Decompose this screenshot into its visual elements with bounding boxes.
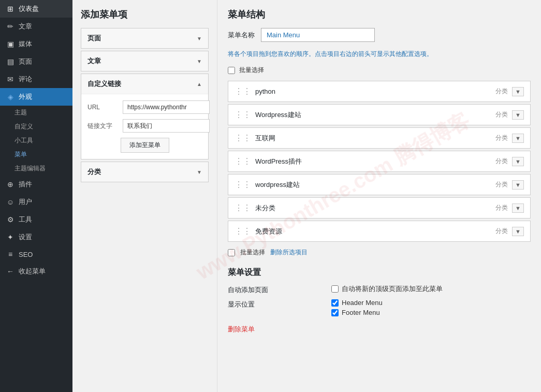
link-text-row: 链接文字 <box>87 119 202 133</box>
plugins-icon: ⊕ <box>6 180 14 188</box>
menu-item-expand[interactable]: ▼ <box>512 227 524 236</box>
menu-item-name: 未分类 <box>255 204 275 213</box>
right-panel: 菜单结构 菜单名称 将各个项目拖到您喜欢的顺序。点击项目右边的箭头可显示其他配置… <box>217 0 541 392</box>
delete-menu-link[interactable]: 删除菜单 <box>228 325 255 334</box>
sidebar-item-label: 媒体 <box>19 39 32 49</box>
sidebar-item-label: 收起菜单 <box>19 267 46 276</box>
menu-item-name: WordPress插件 <box>255 157 302 166</box>
accordion-custom-link-header[interactable]: 自定义链接 ▲ <box>81 74 208 94</box>
sidebar-item-label: 外观 <box>19 92 32 101</box>
menu-item-name: wordpress建站 <box>255 180 300 190</box>
drag-handle[interactable]: ⋮⋮ <box>235 133 251 143</box>
posts-icon: ✏ <box>6 22 14 31</box>
drag-handle[interactable]: ⋮⋮ <box>235 86 251 96</box>
users-icon: ☺ <box>6 198 14 206</box>
link-text-input[interactable] <box>123 119 210 133</box>
sidebar-item-comments[interactable]: ✉ 评论 <box>0 70 72 88</box>
menu-item: ⋮⋮ 互联网 分类 ▼ <box>228 127 531 149</box>
menu-item: ⋮⋮ Wordpress建站 分类 ▼ <box>228 104 531 125</box>
url-input[interactable] <box>123 100 210 114</box>
sidebar-item-label: 工具 <box>19 215 32 224</box>
accordion-custom-link-content: URL 链接文字 添加至菜单 <box>81 94 208 159</box>
settings-icon: ✦ <box>6 233 14 241</box>
accordion-categories-header[interactable]: 分类 ▼ <box>81 162 208 182</box>
sidebar-item-collapse[interactable]: ← 收起菜单 <box>0 263 72 280</box>
accordion-pages-header[interactable]: 页面 ▼ <box>81 28 208 48</box>
auto-add-checkbox[interactable] <box>331 285 339 293</box>
sidebar-item-label: SEO <box>19 251 33 258</box>
sidebar-item-label: 评论 <box>19 75 32 84</box>
drag-handle[interactable]: ⋮⋮ <box>235 180 251 190</box>
comments-icon: ✉ <box>6 75 14 83</box>
url-label: URL <box>87 104 119 111</box>
menu-item-expand[interactable]: ▼ <box>512 134 524 143</box>
menu-item-expand[interactable]: ▼ <box>512 157 524 166</box>
sidebar-item-tools[interactable]: ⚙ 工具 <box>0 211 72 228</box>
accordion-custom-link-arrow: ▲ <box>197 81 202 87</box>
display-location-value: Header Menu Footer Menu <box>331 299 531 316</box>
sidebar-item-users[interactable]: ☺ 用户 <box>0 193 72 211</box>
sidebar-item-settings[interactable]: ✦ 设置 <box>0 228 72 246</box>
pages-icon: ▤ <box>6 57 14 66</box>
sidebar-item-dashboard[interactable]: ⊞ 仪表盘 <box>0 0 72 18</box>
drag-handle[interactable]: ⋮⋮ <box>235 203 251 213</box>
menu-item-type: 分类 <box>495 134 508 142</box>
drag-handle[interactable]: ⋮⋮ <box>235 110 251 120</box>
bulk-checkbox-bottom[interactable] <box>228 249 235 256</box>
drag-handle[interactable]: ⋮⋮ <box>235 156 251 166</box>
remove-selected-link[interactable]: 删除所选项目 <box>270 248 308 257</box>
menu-item-type: 分类 <box>495 87 508 96</box>
sidebar-item-label: 插件 <box>19 180 32 189</box>
menu-item-type: 分类 <box>495 204 508 212</box>
sidebar-item-seo[interactable]: ≡ SEO <box>0 246 72 263</box>
submenu-widgets[interactable]: 小工具 <box>14 134 72 148</box>
bulk-checkbox-top[interactable] <box>228 67 235 74</box>
sidebar-item-label: 用户 <box>19 197 32 207</box>
menu-item-name: 免费资源 <box>255 227 282 236</box>
menu-item: ⋮⋮ wordpress建站 分类 ▼ <box>228 174 531 195</box>
sidebar-item-appearance[interactable]: ◈ 外观 <box>0 88 72 106</box>
sidebar-item-plugins[interactable]: ⊕ 插件 <box>0 176 72 193</box>
appearance-icon: ◈ <box>6 93 14 101</box>
header-menu-checkbox[interactable] <box>331 299 339 307</box>
menu-item-expand[interactable]: ▼ <box>512 204 524 213</box>
menu-item-type: 分类 <box>495 180 508 189</box>
menu-name-input[interactable] <box>261 28 375 42</box>
footer-menu-checkbox[interactable] <box>331 309 339 316</box>
add-to-menu-button[interactable]: 添加至菜单 <box>121 138 169 153</box>
sidebar-item-posts[interactable]: ✏ 文章 <box>0 18 72 35</box>
sidebar-item-label: 文章 <box>19 22 32 31</box>
sidebar-item-pages[interactable]: ▤ 页面 <box>0 53 72 70</box>
url-row: URL <box>87 100 202 114</box>
submenu-menus[interactable]: 菜单 <box>14 148 72 162</box>
menu-item: ⋮⋮ 未分类 分类 ▼ <box>228 197 531 219</box>
main-content: 添加菜单项 页面 ▼ 文章 ▼ 自定义链接 ▲ URL <box>72 0 541 392</box>
media-icon: ▣ <box>6 40 14 48</box>
menu-item: ⋮⋮ 免费资源 分类 ▼ <box>228 221 531 242</box>
menu-item: ⋮⋮ python 分类 ▼ <box>228 81 531 102</box>
menu-name-label: 菜单名称 <box>228 31 255 40</box>
accordion-custom-link-label: 自定义链接 <box>87 79 121 89</box>
menu-item-expand[interactable]: ▼ <box>512 110 524 120</box>
menu-name-row: 菜单名称 <box>228 28 531 42</box>
sidebar: ⊞ 仪表盘 ✏ 文章 ▣ 媒体 ▤ 页面 ✉ 评论 ◈ 外观 主题 自定义 小工… <box>0 0 72 392</box>
tools-icon: ⚙ <box>6 215 14 224</box>
left-panel: 添加菜单项 页面 ▼ 文章 ▼ 自定义链接 ▲ URL <box>72 0 217 392</box>
accordion-pages-label: 页面 <box>87 34 101 43</box>
drag-handle[interactable]: ⋮⋮ <box>235 226 251 236</box>
auto-add-checkbox-label: 自动将新的顶级页面添加至此菜单 <box>342 284 443 294</box>
accordion-categories: 分类 ▼ <box>81 162 209 182</box>
submenu-theme[interactable]: 主题 <box>14 106 72 120</box>
accordion-posts-header[interactable]: 文章 ▼ <box>81 51 208 71</box>
menu-item-expand[interactable]: ▼ <box>512 180 524 190</box>
accordion-posts-arrow: ▼ <box>197 59 202 64</box>
submenu-customize[interactable]: 自定义 <box>14 120 72 134</box>
bulk-label-bottom: 批量选择 <box>240 248 265 257</box>
accordion-posts: 文章 ▼ <box>81 51 209 71</box>
accordion-posts-label: 文章 <box>87 56 101 66</box>
menu-item-expand[interactable]: ▼ <box>512 87 524 96</box>
settings-grid: 自动添加页面 自动将新的顶级页面添加至此菜单 显示位置 Header Menu <box>228 284 531 316</box>
submenu-theme-editor[interactable]: 主题编辑器 <box>14 162 72 176</box>
sidebar-item-media[interactable]: ▣ 媒体 <box>0 35 72 53</box>
accordion-categories-label: 分类 <box>87 167 101 177</box>
